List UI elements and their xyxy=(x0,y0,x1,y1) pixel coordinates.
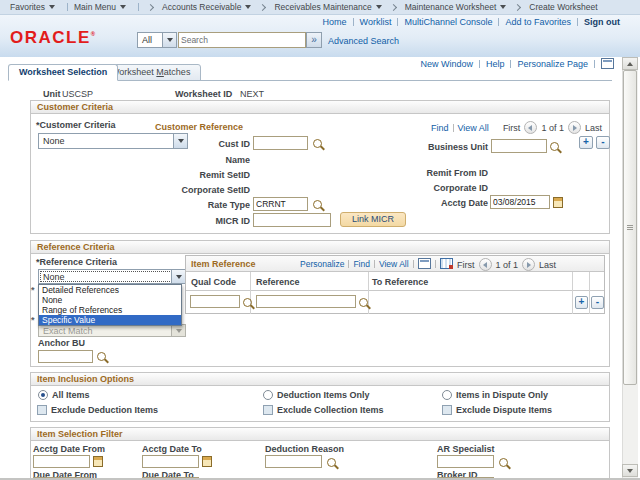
ar-specialist-lookup-icon[interactable] xyxy=(499,458,508,467)
zoom-grid-icon[interactable] xyxy=(440,258,453,269)
reference-input[interactable] xyxy=(256,295,356,308)
qual-code-lookup-icon[interactable] xyxy=(243,298,252,307)
help-link[interactable]: Help xyxy=(486,59,505,69)
grid-view-all-link[interactable]: View All xyxy=(379,259,409,269)
chevron-down-icon xyxy=(120,5,126,9)
reference-criteria-dropdown-list: Detailed References None Range of Refere… xyxy=(38,284,182,326)
radio-all-items[interactable] xyxy=(38,390,48,400)
next-row-icon[interactable] xyxy=(568,121,581,134)
name-label: Name xyxy=(140,155,250,165)
arrow-up-icon xyxy=(627,62,633,66)
breadcrumb-main-menu[interactable]: Main Menu xyxy=(74,2,116,12)
personalize-page-link[interactable]: Personalize Page xyxy=(517,59,588,69)
radio-items-in-dispute-only[interactable] xyxy=(442,390,452,400)
personalize-link[interactable]: Personalize xyxy=(300,259,344,269)
cust-id-label: Cust ID xyxy=(140,139,250,149)
personalize-layout-icon[interactable] xyxy=(601,58,614,69)
chevron-down-icon xyxy=(376,5,382,9)
add-row-button[interactable]: + xyxy=(579,136,593,149)
reference-criteria-label: *Reference Criteria xyxy=(36,257,117,267)
ar-specialist-label: AR Specialist xyxy=(437,444,495,454)
breadcrumb-separator-icon xyxy=(147,3,154,10)
search-scope-select[interactable]: All xyxy=(137,32,177,48)
business-unit-label: Business Unit xyxy=(380,142,488,152)
advanced-search-link[interactable]: Advanced Search xyxy=(328,36,399,46)
rate-type-input[interactable] xyxy=(253,197,308,211)
radio-deduction-items-only[interactable] xyxy=(263,390,273,400)
acctg-date-to-input[interactable] xyxy=(142,455,199,468)
cust-id-lookup-icon[interactable] xyxy=(313,139,322,148)
acctg-date-from-calendar-icon[interactable] xyxy=(93,456,103,467)
business-unit-input[interactable] xyxy=(491,139,547,153)
deduction-reason-input[interactable] xyxy=(265,455,322,468)
chevron-down-icon xyxy=(500,5,506,9)
breadcrumb-separator-icon xyxy=(390,3,397,10)
checkbox-exclude-collection[interactable] xyxy=(263,405,273,415)
dropdown-option[interactable]: Detailed References xyxy=(39,285,181,295)
checkbox-exclude-deduction[interactable] xyxy=(37,405,47,415)
acctg-date-calendar-icon[interactable] xyxy=(553,197,563,208)
view-all-link[interactable]: View All xyxy=(458,123,489,133)
ar-specialist-input[interactable] xyxy=(437,455,494,468)
dropdown-option[interactable]: None xyxy=(39,295,181,305)
corporate-setid-label: Corporate SetID xyxy=(140,185,250,195)
cust-id-input[interactable] xyxy=(253,136,308,150)
checkbox-exclude-dispute-label: Exclude Dispute Items xyxy=(456,405,552,415)
anchor-bu-input[interactable] xyxy=(38,350,93,363)
acctg-date-from-input[interactable] xyxy=(33,455,90,468)
multichannel-console-link[interactable]: MultiChannel Console xyxy=(404,17,492,27)
qual-code-input[interactable] xyxy=(190,295,240,308)
delete-row-button[interactable]: - xyxy=(596,136,610,149)
customer-criteria-header: Customer Criteria xyxy=(30,100,610,114)
checkbox-exclude-dispute[interactable] xyxy=(442,405,452,415)
find-link[interactable]: Find xyxy=(431,123,449,133)
link-micr-button[interactable]: Link MICR xyxy=(340,212,406,227)
business-unit-lookup-icon[interactable] xyxy=(550,142,559,151)
deduction-reason-lookup-icon[interactable] xyxy=(327,458,336,467)
grid-find-link[interactable]: Find xyxy=(353,259,370,269)
micr-id-input[interactable] xyxy=(253,213,331,227)
grid-pager-last: Last xyxy=(539,260,556,270)
pager-last-label: Last xyxy=(585,123,602,133)
worklist-link[interactable]: Worklist xyxy=(360,17,392,27)
scroll-up-button[interactable] xyxy=(622,57,638,70)
search-input[interactable] xyxy=(178,32,306,48)
previous-row-icon[interactable] xyxy=(524,121,537,134)
reference-lookup-icon[interactable] xyxy=(359,298,368,307)
download-grid-icon[interactable] xyxy=(418,258,431,269)
anchor-bu-lookup-icon[interactable] xyxy=(97,352,106,361)
home-link[interactable]: Home xyxy=(323,17,347,27)
breadcrumb-accounts-receivable[interactable]: Accounts Receivable xyxy=(162,2,241,12)
item-selection-filter-header: Item Selection Filter xyxy=(30,427,610,441)
reference-criteria-select[interactable]: None xyxy=(38,269,186,284)
radio-all-items-label: All Items xyxy=(52,390,90,400)
tab-worksheet-selection[interactable]: Worksheet Selection xyxy=(8,64,118,81)
scrollbar-thumb[interactable] xyxy=(623,70,637,385)
rate-type-label: Rate Type xyxy=(140,200,250,210)
acctg-date-input[interactable] xyxy=(490,195,550,209)
breadcrumb-create-worksheet[interactable]: Create Worksheet xyxy=(529,2,597,12)
rate-type-lookup-icon[interactable] xyxy=(313,200,322,209)
item-inclusion-header: Item Inclusion Options xyxy=(30,372,610,386)
acctg-date-to-calendar-icon[interactable] xyxy=(202,456,212,467)
breadcrumb-favorites[interactable]: Favorites xyxy=(10,2,45,12)
dropdown-option-selected[interactable]: Specific Value xyxy=(39,315,181,325)
scroll-down-button[interactable] xyxy=(622,464,638,477)
search-go-button[interactable]: » xyxy=(306,32,322,48)
new-window-link[interactable]: New Window xyxy=(420,59,473,69)
add-to-favorites-link[interactable]: Add to Favorites xyxy=(505,17,571,27)
pager-count: 1 of 1 xyxy=(541,123,564,133)
chevron-down-icon[interactable] xyxy=(162,33,176,47)
sign-out-link[interactable]: Sign out xyxy=(584,17,620,27)
previous-row-icon[interactable] xyxy=(479,258,492,271)
breadcrumb-receivables-maintenance[interactable]: Receivables Maintenance xyxy=(274,2,371,12)
next-row-icon[interactable] xyxy=(522,258,535,271)
breadcrumb-maintenance-worksheet[interactable]: Maintenance Worksheet xyxy=(405,2,497,12)
dropdown-option[interactable]: Range of References xyxy=(39,305,181,315)
oracle-logo: ORACLE® xyxy=(10,28,95,48)
grid-add-row-button[interactable]: + xyxy=(575,296,588,309)
chevron-down-icon[interactable] xyxy=(171,270,185,283)
grid-delete-row-button[interactable]: - xyxy=(591,296,604,309)
page-bar: New Window Help Personalize Page xyxy=(420,58,614,69)
acctg-date-label: Acctg Date xyxy=(380,198,488,208)
